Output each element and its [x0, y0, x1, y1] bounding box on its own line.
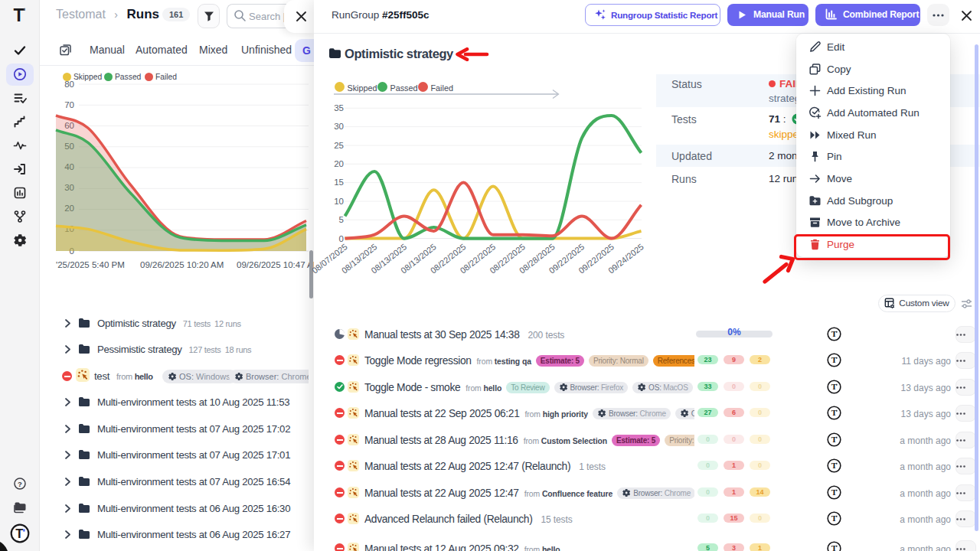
- svg-text:T: T: [831, 408, 838, 417]
- svg-text:25: 25: [334, 141, 344, 150]
- svg-text:10: 10: [334, 197, 344, 206]
- svg-text:15: 15: [334, 178, 344, 187]
- svg-text:T: T: [831, 435, 838, 444]
- svg-text:T: T: [15, 527, 23, 540]
- svg-text:T: T: [831, 543, 838, 551]
- svg-text:35: 35: [334, 103, 344, 112]
- svg-text:20: 20: [334, 159, 344, 168]
- svg-text:T: T: [831, 329, 838, 338]
- svg-text:T: T: [831, 382, 838, 391]
- svg-text:T: T: [831, 461, 838, 470]
- svg-text:30: 30: [334, 122, 344, 131]
- svg-text:5: 5: [339, 215, 344, 224]
- svg-text:T: T: [831, 487, 838, 497]
- svg-text:09/26/2025 10:47 AM: 09/26/2025 10:47 AM: [237, 260, 320, 269]
- svg-text:T: T: [831, 514, 838, 523]
- svg-text:?: ?: [18, 480, 22, 488]
- svg-text:09/26/2025 10:20 AM: 09/26/2025 10:20 AM: [140, 260, 224, 269]
- svg-text:70: 70: [64, 100, 74, 109]
- svg-text:80: 80: [64, 80, 74, 89]
- svg-text:'25/2025 5:40 PM: '25/2025 5:40 PM: [56, 260, 125, 269]
- svg-text:T: T: [831, 355, 838, 364]
